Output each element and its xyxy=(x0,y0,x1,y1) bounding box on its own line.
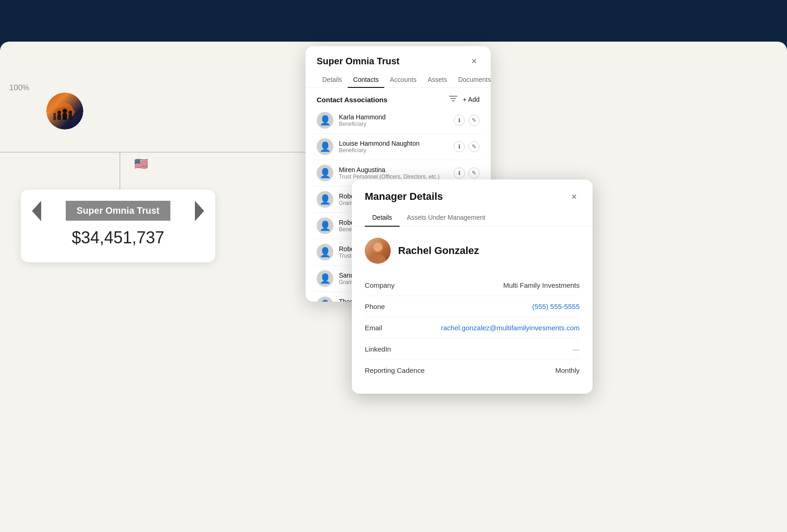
add-contact-button[interactable]: + Add xyxy=(463,96,480,103)
tab-assets[interactable]: Assets xyxy=(422,72,453,88)
info-button[interactable]: ℹ xyxy=(454,167,465,179)
avatar: 👤 xyxy=(317,191,333,208)
avatar: 👤 xyxy=(317,244,333,260)
connector-h-line xyxy=(0,152,315,153)
trust-name: Super Omnia Trust xyxy=(66,201,171,221)
avatar: 👤 xyxy=(317,297,333,302)
tab-accounts[interactable]: Accounts xyxy=(384,72,422,88)
trust-banner-card: Super Omnia Trust $34,451,737 xyxy=(21,190,215,262)
detail-row-email: Email rachel.gonzalez@multifamilyinvesme… xyxy=(365,317,580,339)
detail-value-linkedin: — xyxy=(573,345,580,353)
tab-documents[interactable]: Documents xyxy=(453,72,491,88)
info-button[interactable]: ℹ xyxy=(454,115,465,126)
svg-point-10 xyxy=(74,113,76,116)
manager-modal: Manager Details × Details Assets Under M… xyxy=(352,179,593,394)
trust-percentage: 100% xyxy=(9,83,29,93)
trust-modal-header: Super Omnia Trust × xyxy=(306,46,491,67)
detail-row-linkedin: LinkedIn — xyxy=(365,339,580,360)
contact-name: Miren Augustina xyxy=(339,166,448,173)
avatar: 👤 xyxy=(317,165,333,181)
contact-item: 👤 Karla Hammond Beneficiary ℹ ✎ xyxy=(313,107,483,134)
banner-right-arrow xyxy=(195,201,204,221)
contact-item: 👤 Louise Hammond Naughton Beneficiary ℹ … xyxy=(313,134,483,160)
manager-name: Rachel Gonzalez xyxy=(398,245,479,257)
detail-value-email[interactable]: rachel.gonzalez@multifamilyinvesments.co… xyxy=(441,324,580,332)
detail-value-company: Multi Family Investments xyxy=(503,281,580,289)
contact-assoc-actions: + Add xyxy=(449,95,480,104)
tab-details[interactable]: Details xyxy=(317,72,348,88)
filter-icon[interactable] xyxy=(449,95,457,104)
svg-rect-3 xyxy=(57,114,61,120)
contact-info: Miren Augustina Trust Personnel (Officer… xyxy=(339,166,448,180)
manager-details-table: Company Multi Family Investments Phone (… xyxy=(352,271,593,394)
contact-role: Beneficiary xyxy=(339,121,448,127)
svg-rect-5 xyxy=(62,113,67,120)
trust-modal-title: Super Omnia Trust xyxy=(317,56,400,67)
contact-actions: ℹ ✎ xyxy=(454,115,480,126)
manager-modal-close-button[interactable]: × xyxy=(568,191,580,202)
avatar: 👤 xyxy=(317,217,333,234)
detail-label: Reporting Cadence xyxy=(365,366,425,374)
svg-point-4 xyxy=(62,109,67,113)
contact-info: Karla Hammond Beneficiary xyxy=(339,113,448,127)
svg-rect-9 xyxy=(53,116,56,120)
svg-rect-11 xyxy=(74,116,76,120)
trust-modal-tabs: Details Contacts Accounts Assets Documen… xyxy=(306,72,491,88)
svg-rect-7 xyxy=(69,114,72,120)
svg-point-8 xyxy=(53,113,56,116)
svg-point-6 xyxy=(69,111,72,114)
detail-label: Email xyxy=(365,324,382,332)
banner-left-arrow xyxy=(32,201,41,221)
avatar: 👤 xyxy=(317,112,333,129)
trust-visualization: 100% xyxy=(46,93,83,130)
tab-manager-details[interactable]: Details xyxy=(365,210,400,227)
contact-name: Louise Hammond Naughton xyxy=(339,140,448,147)
flag-icon: 🇺🇸 xyxy=(134,157,148,170)
detail-value-phone[interactable]: (555) 555-5555 xyxy=(532,303,580,310)
manager-modal-header: Manager Details × xyxy=(352,179,593,203)
info-button[interactable]: ℹ xyxy=(454,141,465,152)
trust-banner: Super Omnia Trust xyxy=(36,201,200,221)
detail-label: LinkedIn xyxy=(365,345,391,353)
edit-button[interactable]: ✎ xyxy=(468,115,480,126)
detail-value-reporting-cadence: Monthly xyxy=(555,366,580,374)
avatar: 👤 xyxy=(317,138,333,155)
contact-info: Louise Hammond Naughton Beneficiary xyxy=(339,140,448,154)
detail-row-reporting-cadence: Reporting Cadence Monthly xyxy=(365,360,580,381)
svg-point-16 xyxy=(369,254,386,264)
manager-profile: Rachel Gonzalez xyxy=(352,227,593,271)
edit-button[interactable]: ✎ xyxy=(468,141,480,152)
detail-row-company: Company Multi Family Investments xyxy=(365,275,580,296)
contact-actions: ℹ ✎ xyxy=(454,167,480,179)
manager-modal-title: Manager Details xyxy=(365,191,443,203)
contact-actions: ℹ ✎ xyxy=(454,141,480,152)
svg-point-17 xyxy=(374,243,382,251)
detail-label: Phone xyxy=(365,303,385,310)
avatar: 👤 xyxy=(317,270,333,287)
tab-contacts[interactable]: Contacts xyxy=(348,72,384,88)
edit-button[interactable]: ✎ xyxy=(468,167,480,179)
contact-role: Beneficiary xyxy=(339,147,448,154)
svg-point-2 xyxy=(57,111,61,114)
contact-associations-header: Contact Associations + Add xyxy=(306,88,491,107)
contact-role: Trust Personnel (Officers, Directors, et… xyxy=(339,173,448,180)
contact-assoc-title: Contact Associations xyxy=(317,96,387,104)
trust-image xyxy=(46,93,83,130)
contact-name: Karla Hammond xyxy=(339,113,448,121)
trust-value: $34,451,737 xyxy=(36,228,200,247)
trust-modal-close-button[interactable]: × xyxy=(468,56,480,67)
detail-label: Company xyxy=(365,281,394,289)
detail-row-phone: Phone (555) 555-5555 xyxy=(365,296,580,317)
tab-assets-under-management[interactable]: Assets Under Management xyxy=(400,210,493,227)
manager-tabs: Details Assets Under Management xyxy=(352,210,593,227)
manager-avatar xyxy=(365,238,391,264)
